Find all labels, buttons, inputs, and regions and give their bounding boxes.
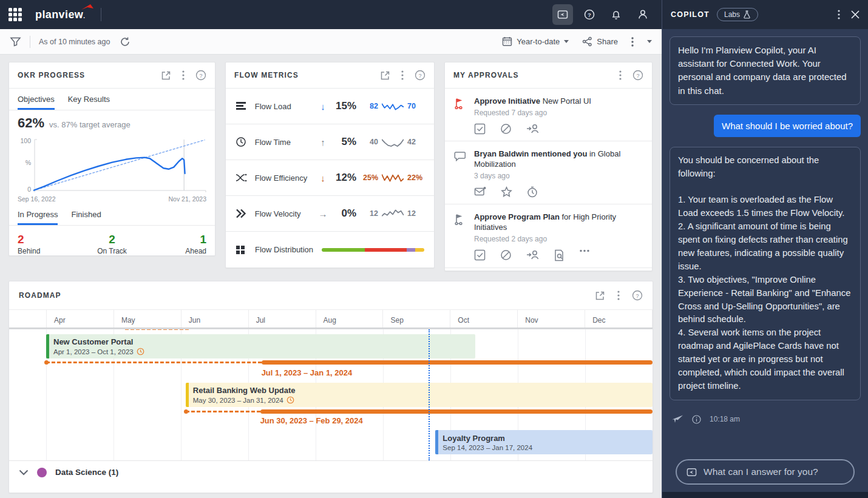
timeline-solid-bar[interactable] [260, 409, 653, 414]
share-icon [582, 36, 592, 47]
tab-objectives[interactable]: Objectives [18, 95, 55, 110]
y-axis-max: 100 [18, 137, 31, 144]
logo-mark: . [83, 13, 85, 19]
flow-load-icon [236, 101, 248, 112]
open-in-new-icon[interactable] [380, 70, 390, 81]
help-circle-icon[interactable]: ? [195, 70, 206, 81]
okr-stat-ahead: 1Ahead [143, 233, 206, 255]
share-button[interactable]: Share [582, 36, 618, 47]
help-circle-icon[interactable]: ? [632, 290, 643, 301]
toolbar-collapse-chevron[interactable] [647, 40, 652, 43]
copilot-input[interactable] [676, 459, 855, 485]
filter-icon[interactable] [10, 36, 21, 47]
flow-metric-flow-load: Flow Load↓15%8270 [226, 89, 434, 124]
today-marker-line [429, 329, 430, 460]
tab-key-results[interactable]: Key Results [68, 95, 110, 110]
open-in-new-icon[interactable] [595, 291, 605, 301]
doc-icon[interactable] [554, 249, 565, 261]
dependency-dashed-line [46, 362, 262, 363]
toolbar-more-menu[interactable] [631, 37, 634, 47]
flow-distribution-bar [322, 248, 424, 252]
month-label-oct: Oct [450, 310, 517, 328]
chevron-down-icon[interactable] [19, 469, 29, 476]
roadmap-card: ROADMAP ? AprMayJunJulAugSepOctNovDec Ne… [8, 281, 653, 493]
roadmap-group-row[interactable]: Data Science (1) [9, 460, 653, 483]
flask-icon [743, 10, 751, 19]
flow-metric-label: Flow Load [255, 102, 317, 111]
approve-icon[interactable] [474, 249, 486, 261]
open-in-new-icon[interactable] [161, 70, 171, 81]
approval-item[interactable]: Approve Program Plan for High Priority I… [445, 204, 652, 268]
kebab-icon[interactable] [182, 70, 185, 80]
trend-end-value: 42 [407, 138, 424, 146]
group-color-dot [37, 468, 47, 477]
copilot-close-icon[interactable] [851, 10, 860, 19]
share-label: Share [597, 37, 618, 46]
copilot-toggle-icon[interactable] [552, 4, 573, 25]
bar-dates: Sep 14, 2023 – Jan 17, 2024 [442, 444, 653, 451]
flow-metric-change: 15% [329, 100, 356, 112]
copilot-bottom-bar [662, 492, 868, 498]
snooze-icon[interactable] [527, 186, 538, 198]
help-circle-icon[interactable]: ? [632, 70, 643, 81]
copilot-chat-icon [686, 466, 697, 478]
kebab-icon[interactable] [401, 70, 404, 80]
copilot-text-input[interactable] [704, 466, 844, 477]
reassign-icon[interactable] [526, 249, 539, 261]
logo-text: planview [35, 8, 83, 21]
timeline-solid-bar[interactable] [262, 360, 653, 365]
user-profile-icon[interactable] [632, 4, 653, 25]
approval-item[interactable]: Cort Odekirk mentioned you in standupReq… [445, 268, 652, 271]
refresh-icon[interactable] [120, 36, 131, 47]
distribution-segment [365, 248, 407, 252]
star-icon[interactable] [501, 186, 512, 198]
bar-dates: May 30, 2023 – Jan 31, 2024 [193, 396, 653, 404]
help-circle-icon[interactable]: ? [415, 70, 426, 81]
deny-icon[interactable] [500, 249, 512, 261]
send-plane-icon[interactable] [672, 415, 683, 423]
approve-icon[interactable] [474, 123, 486, 135]
svg-text:?: ? [588, 12, 591, 18]
kebab-icon[interactable] [617, 291, 620, 300]
bar-name: Loyalty Program [442, 434, 653, 443]
approval-item[interactable]: Approve Initiative New Portal UIRequeste… [445, 89, 652, 141]
trend-start-value: 82 [361, 102, 378, 110]
gantt-bar-new-customer-portal[interactable]: New Customer PortalApr 1, 2023 – Oct 1, … [46, 334, 475, 358]
flow-metric-flow-velocity: Flow Velocity→0%1212 [226, 196, 434, 232]
clock-icon [137, 348, 144, 355]
reassign-icon[interactable] [526, 123, 539, 135]
date-range-dropdown[interactable]: Year-to-date [502, 36, 569, 47]
tab-in-progress[interactable]: In Progress [18, 210, 58, 225]
flow-metrics-card: FLOW METRICS ? Flow Load↓15%8270Flow Tim… [225, 62, 435, 268]
y-axis-unit: % [18, 159, 31, 166]
group-label: Data Science (1) [55, 468, 118, 477]
month-label-sep: Sep [382, 310, 450, 328]
comment-icon [453, 149, 474, 198]
copilot-chat-body: Hello I'm Planview Copilot, your AI assi… [662, 29, 868, 487]
copilot-answer-message: You should be concerned about the follow… [670, 147, 861, 400]
bar-name: New Customer Portal [53, 337, 475, 346]
tab-finished[interactable]: Finished [71, 210, 101, 225]
help-icon[interactable]: ? [579, 4, 600, 25]
deny-icon[interactable] [500, 123, 512, 135]
approval-item[interactable]: Bryan Baldwin mentioned you in Global Mo… [445, 141, 652, 204]
planview-logo[interactable]: planview. [35, 8, 85, 21]
unread-icon[interactable] [474, 186, 486, 198]
notifications-bell-icon[interactable] [606, 4, 626, 25]
distribution-segment [322, 248, 365, 252]
bar-edge [46, 334, 49, 358]
gantt-bar-loyalty-program[interactable]: Loyalty ProgramSep 14, 2023 – Jan 17, 20… [435, 430, 653, 454]
approvals-card-title: MY APPROVALS [453, 71, 519, 79]
stat-value: 2 [18, 233, 81, 246]
okr-stat-behind: 2Behind [18, 233, 81, 255]
info-icon[interactable] [692, 415, 701, 424]
more-icon[interactable] [579, 249, 590, 261]
gantt-bar-retail-banking-web-update[interactable]: Retail Banking Web UpdateMay 30, 2023 – … [186, 383, 653, 407]
kebab-icon[interactable] [619, 70, 622, 80]
flow-metric-trend: 1212 [361, 208, 424, 219]
app-launcher-icon[interactable] [8, 8, 22, 21]
approval-actions [474, 249, 643, 261]
okr-card-title: OKR PROGRESS [18, 71, 85, 79]
copilot-kebab-icon[interactable] [838, 10, 840, 19]
approval-subtext: 3 days ago [474, 172, 643, 180]
